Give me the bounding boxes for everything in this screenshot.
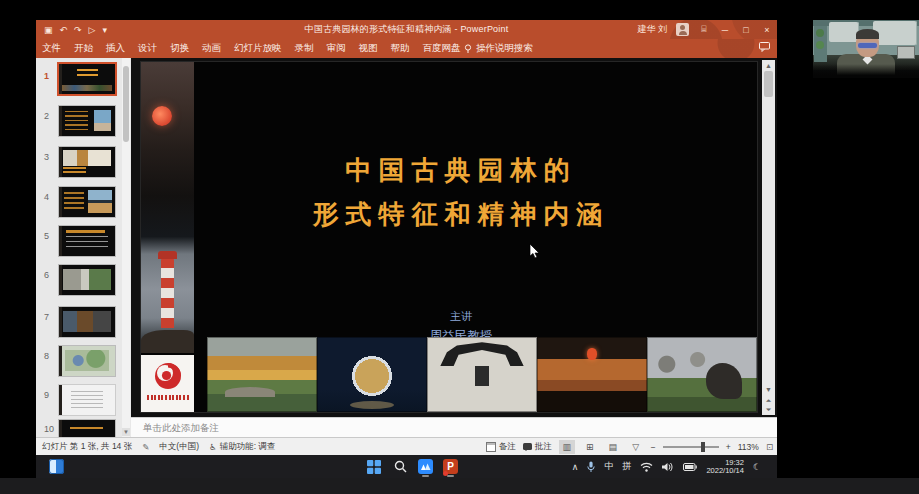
battery-icon[interactable] bbox=[683, 463, 697, 471]
search-icon[interactable] bbox=[392, 458, 409, 475]
tell-me-search[interactable]: 操作说明搜索 bbox=[464, 39, 533, 58]
thumb-number: 1 bbox=[44, 71, 49, 81]
search-label: 操作说明搜索 bbox=[476, 42, 533, 55]
slide-thumbnail-1[interactable] bbox=[59, 64, 115, 94]
thumb-number: 5 bbox=[44, 231, 49, 241]
tab-animations[interactable]: 动画 bbox=[202, 42, 221, 55]
comments-icon[interactable] bbox=[759, 42, 770, 52]
speaker-icon[interactable] bbox=[662, 462, 674, 472]
thumbnail-scrollbar[interactable] bbox=[122, 58, 130, 437]
powerpoint-taskbar-icon[interactable]: P bbox=[442, 458, 459, 475]
photo-autumn-garden-bridge bbox=[207, 337, 317, 412]
photo-lantern-interior bbox=[537, 337, 647, 412]
tab-view[interactable]: 视图 bbox=[359, 42, 378, 55]
meeting-screen-share: ▣ ↶ ↷ ▷ ▾ 中国古典园林的形式特征和精神内涵 - PowerPoint … bbox=[0, 0, 919, 494]
taskbar-clock[interactable]: 19:322022/10/14 bbox=[706, 459, 744, 475]
ribbon-tab-bar: 文件 开始 插入 设计 切换 动画 幻灯片放映 录制 审阅 视图 帮助 百度网盘… bbox=[36, 39, 777, 58]
slide-thumbnail-10[interactable] bbox=[59, 420, 115, 437]
slide-editing-area: 中国古典园林的 形式特征和精神内涵 主讲 周益民教授 2022年10月14日 bbox=[131, 58, 777, 417]
ime-mode-button[interactable]: 拼 bbox=[622, 460, 631, 473]
slide-thumbnail-5[interactable] bbox=[59, 226, 115, 256]
zoom-slider[interactable] bbox=[663, 446, 719, 448]
slide-thumbnail-9[interactable] bbox=[59, 385, 115, 415]
zoom-out-button[interactable]: − bbox=[651, 442, 656, 452]
thumb-number: 2 bbox=[44, 111, 49, 121]
slideshow-view-button[interactable]: ▽ bbox=[628, 440, 644, 454]
scroll-up-icon[interactable]: ▲ bbox=[762, 62, 775, 69]
thumb-number: 10 bbox=[44, 424, 54, 434]
microphone-icon[interactable] bbox=[587, 461, 595, 473]
wifi-icon[interactable] bbox=[640, 462, 653, 472]
slide-sorter-view-button[interactable]: ⊞ bbox=[582, 440, 598, 454]
tab-home[interactable]: 开始 bbox=[74, 42, 93, 55]
slide-thumbnail-4[interactable] bbox=[59, 187, 115, 217]
avatar[interactable] bbox=[676, 23, 689, 36]
tab-design[interactable]: 设计 bbox=[138, 42, 157, 55]
tab-review[interactable]: 审阅 bbox=[327, 42, 346, 55]
glasses bbox=[858, 43, 877, 48]
logo-text bbox=[147, 395, 189, 400]
picture-frames bbox=[897, 46, 915, 59]
tab-transitions[interactable]: 切换 bbox=[170, 42, 189, 55]
next-slide-icon[interactable]: ⏷ bbox=[762, 406, 775, 414]
tab-insert[interactable]: 插入 bbox=[106, 42, 125, 55]
windows-taskbar: P ∧ 中 拼 19:322022/10/14 ☾ bbox=[36, 455, 777, 478]
thumb-number: 4 bbox=[44, 192, 49, 202]
fit-slide-to-window-icon[interactable]: ⊡ bbox=[766, 442, 773, 452]
powerpoint-window: ▣ ↶ ↷ ▷ ▾ 中国古典园林的形式特征和精神内涵 - PowerPoint … bbox=[36, 20, 777, 455]
photo-moon-gate-night bbox=[317, 337, 427, 412]
slide-thumbnail-6[interactable] bbox=[59, 265, 115, 295]
restore-button[interactable]: □ bbox=[740, 25, 752, 35]
scrollbar-thumb[interactable] bbox=[764, 71, 773, 97]
zoom-slider-knob[interactable] bbox=[701, 442, 705, 452]
tray-chevron-icon[interactable]: ∧ bbox=[572, 462, 579, 472]
thumb-scroll-down-icon[interactable]: ▼ bbox=[122, 428, 130, 436]
ribbon-display-options-icon[interactable]: ⌸ bbox=[698, 24, 710, 35]
notes-toggle[interactable]: 备注 bbox=[486, 441, 516, 453]
garden-photo-strip bbox=[207, 337, 757, 412]
tencent-meeting-icon[interactable] bbox=[417, 458, 434, 475]
ime-language-button[interactable]: 中 bbox=[604, 460, 613, 473]
zoom-in-button[interactable]: + bbox=[726, 442, 731, 452]
slide-thumbnail-2[interactable] bbox=[59, 106, 115, 136]
slide-scrollbar[interactable]: ▲ ▼ ⏶ ⏷ bbox=[762, 60, 775, 415]
notes-pane[interactable]: 单击此处添加备注 bbox=[131, 417, 777, 437]
workspace: 1 2 3 4 5 6 7 8 9 10 ▲ bbox=[36, 58, 777, 437]
reading-view-button[interactable]: ▤ bbox=[605, 440, 621, 454]
title-bar: ▣ ↶ ↷ ▷ ▾ 中国古典园林的形式特征和精神内涵 - PowerPoint … bbox=[36, 20, 777, 39]
accessibility-status[interactable]: ♿ 辅助功能: 调查 bbox=[209, 441, 275, 453]
focus-assist-moon-icon[interactable]: ☾ bbox=[753, 462, 761, 472]
language-indicator[interactable]: 中文(中国) bbox=[159, 441, 199, 453]
widgets-app-icon[interactable] bbox=[48, 458, 65, 475]
start-button[interactable] bbox=[365, 458, 382, 475]
slide-thumbnail-3[interactable] bbox=[59, 147, 115, 177]
mouse-cursor bbox=[529, 244, 541, 260]
close-button[interactable]: × bbox=[761, 25, 773, 35]
comments-toggle[interactable]: 批注 bbox=[523, 441, 552, 453]
cabinet bbox=[873, 21, 917, 45]
minimize-button[interactable]: ─ bbox=[719, 25, 731, 35]
normal-view-button[interactable]: ▥ bbox=[559, 440, 575, 454]
current-slide[interactable]: 中国古典园林的 形式特征和精神内涵 主讲 周益民教授 2022年10月14日 bbox=[141, 62, 757, 412]
thumb-number: 7 bbox=[44, 312, 49, 322]
tab-slideshow[interactable]: 幻灯片放映 bbox=[234, 42, 282, 55]
slide-title[interactable]: 中国古典园林的 形式特征和精神内涵 bbox=[181, 148, 741, 236]
signed-in-user[interactable]: 建华 刘 bbox=[637, 23, 667, 36]
meeting-app-background bbox=[0, 478, 919, 494]
slide-thumbnail-8[interactable] bbox=[59, 346, 115, 376]
zoom-level[interactable]: 113% bbox=[738, 442, 759, 452]
slide-thumbnail-panel: 1 2 3 4 5 6 7 8 9 10 ▲ bbox=[36, 58, 131, 437]
tab-help[interactable]: 帮助 bbox=[391, 42, 410, 55]
red-sun bbox=[152, 106, 172, 126]
scroll-down-icon[interactable]: ▼ bbox=[762, 386, 775, 393]
tab-record[interactable]: 录制 bbox=[295, 42, 314, 55]
spell-check-icon[interactable]: ✎ bbox=[142, 442, 149, 452]
tab-baidu-netdisk[interactable]: 百度网盘 bbox=[423, 42, 461, 55]
thumb-number: 6 bbox=[44, 270, 49, 280]
slide-thumbnail-7[interactable] bbox=[59, 307, 115, 337]
tab-file[interactable]: 文件 bbox=[42, 42, 61, 55]
accessibility-icon: ♿ bbox=[209, 442, 217, 452]
cabinet bbox=[829, 22, 859, 42]
previous-slide-icon[interactable]: ⏶ bbox=[762, 397, 775, 405]
participant-video-tile[interactable] bbox=[813, 20, 919, 78]
